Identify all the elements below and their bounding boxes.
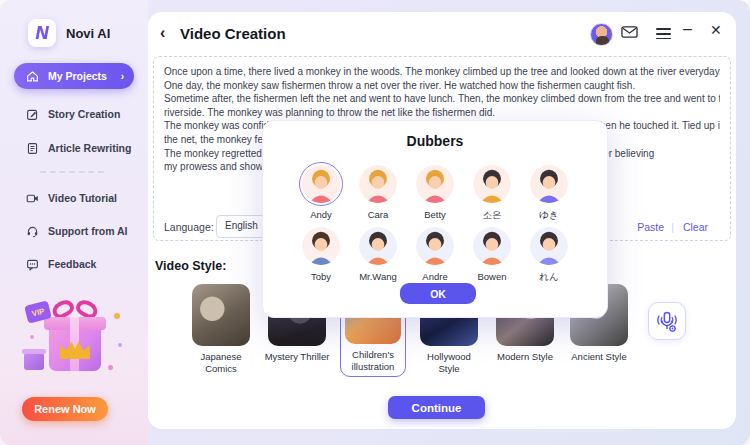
- link-separator: |: [671, 221, 674, 233]
- sparkle: [30, 335, 34, 339]
- language-label: Language:: [164, 221, 214, 233]
- home-icon: [26, 70, 39, 83]
- dubber-name: ゆき: [521, 209, 577, 222]
- close-button[interactable]: ✕: [710, 22, 722, 38]
- style-name: Hollywood Style: [416, 351, 482, 374]
- avatar-face: [315, 238, 328, 251]
- avatar-face: [429, 176, 442, 189]
- sidebar-divider: [40, 171, 104, 173]
- story-line: One day, the monkey saw fishermen throw …: [164, 79, 720, 93]
- dubber-option-mr-wang[interactable]: Mr.Wang: [350, 227, 406, 282]
- microphone-settings-icon: [654, 308, 680, 334]
- sidebar-item-story-creation[interactable]: Story Creation: [14, 101, 134, 127]
- avatar-face: [543, 238, 556, 251]
- dubber-avatar: [473, 227, 511, 265]
- avatar-face: [486, 176, 499, 189]
- sparkle: [108, 365, 113, 370]
- dubber-option-bowen[interactable]: Bowen: [464, 227, 520, 282]
- dubber-avatar: [302, 227, 340, 265]
- dubber-option-ren[interactable]: れん: [521, 227, 577, 284]
- sidebar-item-feedback[interactable]: Feedback: [14, 251, 134, 277]
- dubber-name: Andy: [293, 209, 349, 220]
- voice-settings-button[interactable]: [648, 302, 686, 340]
- continue-button[interactable]: Continue: [388, 396, 485, 419]
- page-title: Video Creation: [180, 25, 286, 42]
- dubber-option-cara[interactable]: Cara: [350, 165, 406, 220]
- style-name: Japanese Comics: [188, 351, 254, 374]
- back-button[interactable]: ‹: [160, 24, 165, 42]
- app-title: Novi AI: [66, 26, 110, 41]
- dubber-avatar: [530, 227, 568, 265]
- sidebar-item-label: Support from AI: [48, 225, 128, 237]
- style-name: Mystery Thriller: [264, 351, 330, 363]
- paste-link[interactable]: Paste: [637, 221, 664, 233]
- story-line: Once upon a time, there lived a monkey i…: [164, 65, 720, 79]
- edit-icon: [26, 108, 39, 121]
- video-style-japanese-comics[interactable]: Japanese Comics: [188, 284, 254, 374]
- dubber-avatar: [359, 227, 397, 265]
- sidebar-item-label: Article Rewriting: [48, 142, 131, 154]
- chevron-right-icon: ›: [121, 71, 124, 82]
- feedback-icon: [26, 258, 39, 271]
- video-icon: [26, 192, 39, 205]
- logo-icon: N: [28, 19, 56, 47]
- sidebar-item-article-rewriting[interactable]: Article Rewriting: [14, 135, 134, 161]
- dubber-name: れん: [521, 271, 577, 284]
- style-thumbnail: [192, 284, 250, 346]
- dubber-avatar: [416, 227, 454, 265]
- modal-title: Dubbers: [263, 133, 607, 149]
- avatar-face: [315, 176, 328, 189]
- dubber-avatar: [302, 165, 340, 203]
- minimize-button[interactable]: –: [683, 20, 692, 38]
- menu-icon[interactable]: [656, 28, 671, 42]
- mini-gift: [24, 353, 44, 370]
- app-logo: N Novi AI: [28, 19, 110, 47]
- story-line: Sometime after, the fishermen left the n…: [164, 92, 720, 106]
- dubber-avatar: [473, 165, 511, 203]
- dubber-option-betty[interactable]: Betty: [407, 165, 463, 220]
- dubber-option-soeun[interactable]: 소은: [464, 165, 520, 222]
- sparkle: [114, 313, 120, 319]
- avatar-face: [486, 238, 499, 251]
- article-icon: [26, 142, 39, 155]
- dubber-name: Betty: [407, 209, 463, 220]
- sparkle: [118, 343, 122, 347]
- style-name: Ancient Style: [566, 351, 632, 363]
- avatar-face: [372, 176, 385, 189]
- avatar-face: [429, 238, 442, 251]
- dubber-name: Mr.Wang: [350, 271, 406, 282]
- logo-letter: N: [36, 23, 49, 44]
- dubber-name: Bowen: [464, 271, 520, 282]
- mail-icon[interactable]: [621, 25, 638, 43]
- user-avatar[interactable]: [590, 23, 613, 46]
- dubber-name: 소은: [464, 209, 520, 222]
- ok-button[interactable]: OK: [400, 283, 476, 304]
- gift-illustration: VIP: [18, 295, 128, 387]
- dubber-option-toby[interactable]: Toby: [293, 227, 349, 282]
- dubber-name: Andre: [407, 271, 463, 282]
- style-name: Modern Style: [492, 351, 558, 363]
- dubber-option-yuki[interactable]: ゆき: [521, 165, 577, 222]
- dubber-avatar: [530, 165, 568, 203]
- sidebar-item-my-projects[interactable]: My Projects ›: [14, 63, 134, 89]
- dubber-avatar: [359, 165, 397, 203]
- sidebar-item-support[interactable]: Support from AI: [14, 218, 134, 244]
- sidebar-item-label: Feedback: [48, 258, 96, 270]
- avatar-face: [543, 176, 556, 189]
- clear-link[interactable]: Clear: [683, 221, 708, 233]
- sidebar-item-label: Story Creation: [48, 108, 120, 120]
- dubber-option-andre[interactable]: Andre: [407, 227, 463, 282]
- dubber-name: Toby: [293, 271, 349, 282]
- style-name: Children's illustration: [341, 349, 405, 372]
- dubber-option-andy[interactable]: Andy: [293, 165, 349, 220]
- avatar-face: [372, 238, 385, 251]
- dubbers-modal: Dubbers Andy Cara Betty 소은: [262, 120, 608, 318]
- dubber-avatar: [416, 165, 454, 203]
- dubber-name: Cara: [350, 209, 406, 220]
- renew-now-button[interactable]: Renew Now: [22, 397, 108, 421]
- story-line: riverside. The monkey was planning to th…: [164, 106, 720, 120]
- headset-icon: [26, 225, 39, 238]
- sidebar: N Novi AI My Projects › Story Creation A…: [0, 0, 148, 445]
- sidebar-item-video-tutorial[interactable]: Video Tutorial: [14, 185, 134, 211]
- sidebar-item-label: Video Tutorial: [48, 192, 117, 204]
